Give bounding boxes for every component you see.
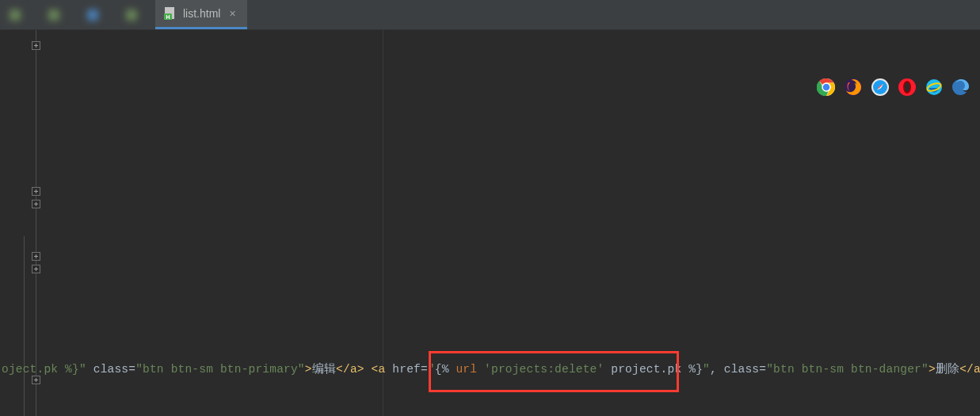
code-token: url xyxy=(456,363,484,376)
tab-2[interactable] xyxy=(78,0,116,29)
code-token xyxy=(364,363,372,376)
code-token: class= xyxy=(86,363,135,376)
code-token: > xyxy=(929,363,936,376)
code-token: 'projects:delete' xyxy=(484,363,604,376)
fold-toggle-icon[interactable] xyxy=(32,41,40,50)
file-icon xyxy=(47,8,61,22)
fold-toggle-icon[interactable] xyxy=(32,252,40,261)
tab-3[interactable] xyxy=(116,0,155,29)
tab-0[interactable] xyxy=(0,0,39,29)
svg-rect-1 xyxy=(48,10,59,21)
code-token: , class= xyxy=(710,363,766,376)
svg-rect-2 xyxy=(87,10,98,21)
code-token: " xyxy=(703,363,710,376)
code-token: 编辑 xyxy=(312,363,336,376)
firefox-icon[interactable] xyxy=(844,78,863,97)
gutter xyxy=(30,30,43,416)
tab-list-html[interactable]: H list.html × xyxy=(155,0,247,29)
file-icon xyxy=(8,8,22,22)
code-token: {% xyxy=(435,363,456,376)
code-token: href= xyxy=(392,363,428,376)
code-token: 删除 xyxy=(936,363,959,376)
ie-icon[interactable] xyxy=(925,78,944,97)
code-token: <a xyxy=(372,363,393,376)
code-token: oject.pk %}" xyxy=(2,363,86,376)
safari-icon[interactable] xyxy=(871,78,890,97)
browser-preview-bar xyxy=(817,78,970,97)
tab-label: list.html xyxy=(183,7,220,20)
code-token: project.pk xyxy=(604,363,688,376)
code-editor[interactable]: oject.pk %}" class="btn btn-sm btn-prima… xyxy=(0,30,980,416)
fold-toggle-icon[interactable] xyxy=(32,200,40,208)
file-icon xyxy=(86,8,100,22)
code-token: </a></td> xyxy=(959,363,980,376)
svg-rect-0 xyxy=(10,10,21,21)
svg-text:H: H xyxy=(166,14,170,20)
code-token: </a> xyxy=(336,363,364,376)
svg-point-18 xyxy=(905,82,909,92)
code-token: > xyxy=(305,363,312,376)
code-token: %} xyxy=(688,363,703,376)
fold-toggle-icon[interactable] xyxy=(32,265,40,273)
text-caret xyxy=(430,355,431,371)
tab-bar: H list.html × xyxy=(0,0,980,30)
code-token: "btn btn-sm btn-primary" xyxy=(135,363,305,376)
code-line[interactable]: oject.pk %}" class="btn btn-sm btn-prima… xyxy=(0,361,980,376)
tab-1[interactable] xyxy=(39,0,78,29)
code-token: "btn btn-sm btn-danger" xyxy=(766,363,929,376)
html-file-icon: H xyxy=(163,6,177,21)
opera-icon[interactable] xyxy=(898,78,917,97)
svg-rect-3 xyxy=(126,10,137,21)
edge-icon[interactable] xyxy=(951,78,970,97)
fold-toggle-icon[interactable] xyxy=(32,376,40,384)
file-icon xyxy=(124,8,139,22)
fold-toggle-icon[interactable] xyxy=(32,187,40,196)
chrome-icon[interactable] xyxy=(817,78,836,97)
right-margin-guide xyxy=(383,30,383,416)
code-token: " xyxy=(428,363,435,376)
indent-guide xyxy=(24,236,25,416)
close-icon[interactable]: × xyxy=(229,8,235,19)
